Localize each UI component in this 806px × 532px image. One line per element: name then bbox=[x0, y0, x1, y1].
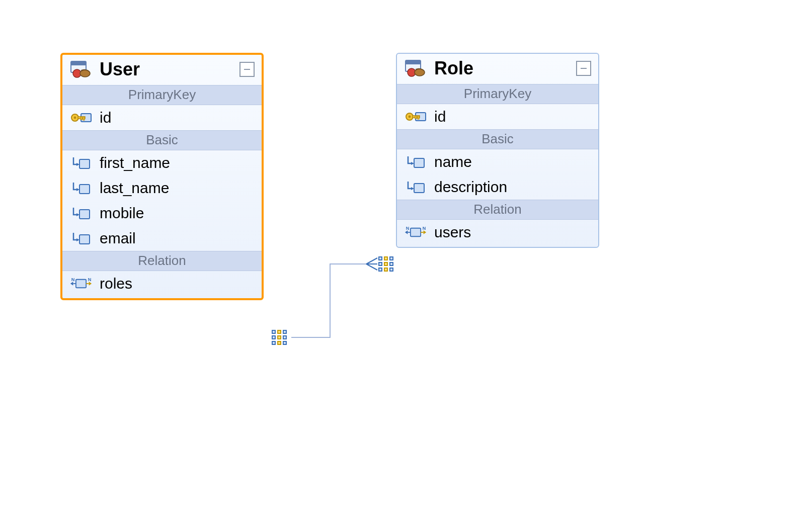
field-mobile-label: mobile bbox=[93, 205, 144, 222]
svg-rect-22 bbox=[76, 280, 86, 288]
connector-endpoint-icon bbox=[378, 256, 393, 272]
section-basic: Basic bbox=[397, 129, 598, 149]
key-icon bbox=[69, 109, 93, 126]
field-row-name[interactable]: name bbox=[397, 149, 598, 174]
entity-user-title: User bbox=[93, 59, 239, 80]
svg-rect-33 bbox=[418, 116, 419, 119]
collapse-icon[interactable] bbox=[239, 62, 255, 77]
attribute-icon bbox=[69, 180, 93, 197]
field-email-label: email bbox=[93, 230, 136, 247]
many-to-many-icon: N N bbox=[69, 275, 93, 292]
section-primarykey: PrimaryKey bbox=[62, 85, 262, 105]
field-roles-label: roles bbox=[93, 275, 132, 292]
svg-text:N: N bbox=[71, 277, 75, 282]
field-last-name-label: last_name bbox=[93, 180, 169, 197]
svg-rect-15 bbox=[79, 210, 90, 219]
entity-user[interactable]: User PrimaryKey id Basic first_name bbox=[60, 53, 264, 300]
field-users-label: users bbox=[427, 224, 471, 241]
attribute-icon bbox=[69, 154, 93, 171]
svg-line-46 bbox=[366, 258, 377, 264]
svg-marker-45 bbox=[424, 230, 427, 234]
field-row-description[interactable]: description bbox=[397, 174, 598, 200]
svg-marker-24 bbox=[89, 282, 92, 285]
entity-role[interactable]: Role PrimaryKey id Basic name bbox=[396, 53, 599, 248]
svg-point-6 bbox=[74, 117, 76, 119]
many-to-many-icon: N N bbox=[404, 224, 427, 241]
entity-role-title: Role bbox=[427, 58, 576, 79]
svg-rect-17 bbox=[79, 235, 90, 244]
field-row-first-name[interactable]: first_name bbox=[62, 150, 262, 175]
svg-rect-1 bbox=[71, 61, 86, 65]
svg-rect-11 bbox=[79, 159, 90, 168]
svg-marker-20 bbox=[70, 282, 73, 285]
svg-rect-13 bbox=[79, 185, 90, 194]
svg-rect-34 bbox=[415, 116, 417, 119]
entity-icon bbox=[404, 60, 427, 77]
field-row-mobile[interactable]: mobile bbox=[62, 201, 262, 226]
field-row-email[interactable]: email bbox=[62, 226, 262, 251]
svg-marker-41 bbox=[405, 230, 408, 234]
svg-rect-9 bbox=[80, 117, 82, 120]
section-relation: Relation bbox=[62, 251, 262, 271]
svg-rect-43 bbox=[411, 228, 421, 237]
entity-icon bbox=[69, 61, 93, 78]
field-first-name-label: first_name bbox=[93, 154, 170, 171]
collapse-icon[interactable] bbox=[576, 61, 591, 76]
connector-endpoint-icon bbox=[272, 330, 287, 345]
field-id-label: id bbox=[427, 108, 446, 125]
svg-rect-26 bbox=[406, 60, 421, 64]
attribute-icon bbox=[404, 153, 427, 170]
svg-text:N: N bbox=[406, 226, 410, 231]
section-basic: Basic bbox=[62, 130, 262, 150]
svg-rect-36 bbox=[414, 158, 424, 167]
field-row-last-name[interactable]: last_name bbox=[62, 175, 262, 201]
attribute-icon bbox=[69, 205, 93, 222]
section-primarykey: PrimaryKey bbox=[397, 84, 598, 104]
svg-line-48 bbox=[366, 264, 377, 270]
relation-connector bbox=[290, 254, 368, 343]
entity-user-header[interactable]: User bbox=[62, 55, 262, 85]
field-row-id[interactable]: id bbox=[62, 105, 262, 130]
attribute-icon bbox=[404, 179, 427, 196]
field-row-id[interactable]: id bbox=[397, 104, 598, 129]
field-description-label: description bbox=[427, 179, 507, 196]
svg-text:N: N bbox=[423, 226, 426, 231]
attribute-icon bbox=[69, 230, 93, 247]
field-row-users[interactable]: N N users bbox=[397, 220, 598, 247]
svg-point-31 bbox=[409, 116, 411, 118]
svg-rect-8 bbox=[83, 117, 85, 120]
field-name-label: name bbox=[427, 153, 472, 170]
key-icon bbox=[404, 108, 427, 125]
section-relation: Relation bbox=[397, 200, 598, 220]
entity-role-header[interactable]: Role bbox=[397, 54, 598, 84]
svg-rect-38 bbox=[414, 184, 424, 193]
field-row-roles[interactable]: N N roles bbox=[62, 271, 262, 298]
crowfoot-icon bbox=[362, 254, 382, 274]
field-id-label: id bbox=[93, 109, 111, 126]
svg-text:N: N bbox=[88, 277, 92, 282]
